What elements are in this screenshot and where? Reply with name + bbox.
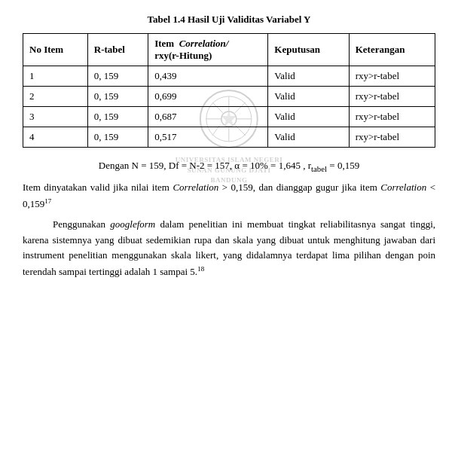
- cell-r-hitung: 0,699: [148, 87, 268, 107]
- cell-r-hitung: 0,687: [148, 107, 268, 127]
- table-header-row: No Item R-tabel Item Correlation/rxy(r-H…: [23, 34, 435, 66]
- cell-r-tabel: 0, 159: [87, 66, 148, 87]
- formula-line: Dengan N = 159, Df = N-2 = 157, α = 10% …: [23, 158, 435, 175]
- cell-keputusan: Valid: [268, 127, 349, 148]
- cell-r-tabel: 0, 159: [87, 87, 148, 107]
- table-row: 3 0, 159 0,687 Valid rxy>r-tabel: [23, 107, 435, 127]
- cell-no: 1: [23, 66, 88, 87]
- note-validity: Item dinyatakan valid jika nilai item Co…: [23, 180, 435, 212]
- cell-r-hitung: 0,439: [148, 66, 268, 87]
- cell-r-hitung: 0,517: [148, 127, 268, 148]
- cell-keterangan: rxy>r-tabel: [349, 127, 435, 148]
- cell-keterangan: rxy>r-tabel: [349, 66, 435, 87]
- col-header-correlation: Item Correlation/rxy(r-Hitung): [148, 34, 268, 66]
- cell-keterangan: rxy>r-tabel: [349, 107, 435, 127]
- table-row: 4 0, 159 0,517 Valid rxy>r-tabel: [23, 127, 435, 148]
- cell-keputusan: Valid: [268, 87, 349, 107]
- col-header-keterangan: Keterangan: [349, 34, 435, 66]
- col-header-keputusan: Keputusan: [268, 34, 349, 66]
- cell-keputusan: Valid: [268, 107, 349, 127]
- validity-table: No Item R-tabel Item Correlation/rxy(r-H…: [23, 33, 435, 148]
- table-title: Tabel 1.4 Hasil Uji Validitas Variabel Y: [23, 14, 435, 26]
- table-row: 2 0, 159 0,699 Valid rxy>r-tabel: [23, 87, 435, 107]
- cell-no: 3: [23, 107, 88, 127]
- cell-r-tabel: 0, 159: [87, 127, 148, 148]
- cell-no: 2: [23, 87, 88, 107]
- paragraph-googleform: Penggunakan googleform dalam penelitian …: [23, 217, 435, 281]
- table-row: 1 0, 159 0,439 Valid rxy>r-tabel: [23, 66, 435, 87]
- cell-r-tabel: 0, 159: [87, 107, 148, 127]
- cell-keputusan: Valid: [268, 66, 349, 87]
- col-header-r-tabel: R-tabel: [87, 34, 148, 66]
- cell-keterangan: rxy>r-tabel: [349, 87, 435, 107]
- col-header-no-item: No Item: [23, 34, 88, 66]
- cell-no: 4: [23, 127, 88, 148]
